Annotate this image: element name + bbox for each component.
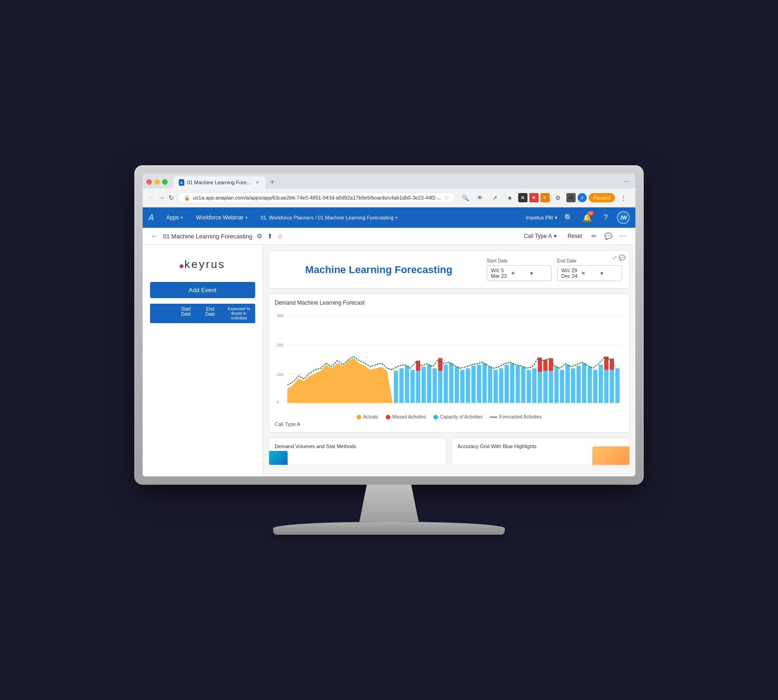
close-control[interactable] [146, 179, 152, 185]
paused-button[interactable]: Paused [589, 193, 615, 202]
call-type-filter[interactable]: Call Type A ▾ [520, 231, 560, 241]
svg-rect-10 [399, 369, 403, 403]
end-date-expand-icon[interactable]: ▾ [601, 270, 618, 276]
svg-rect-43 [582, 363, 586, 403]
breadcrumb-nav-item[interactable]: 01. Workforce Planners / 01 Machine Lear… [254, 207, 404, 228]
tab-close-btn[interactable]: ✕ [255, 179, 260, 186]
expand-icon[interactable]: ⤢ [612, 255, 617, 261]
chart-svg: 30K 20K 10K 0 [275, 310, 624, 412]
svg-text:0: 0 [277, 400, 279, 405]
svg-rect-25 [483, 363, 487, 403]
svg-rect-28 [499, 369, 503, 403]
tab-label: 01 Machine Learning Forecastin... [187, 180, 252, 185]
dashboard-title: Machine Learning Forecasting [276, 264, 481, 276]
menu-btn[interactable]: ⋮ [617, 191, 630, 204]
nav-right: Impetus PM ▾ 🔍 🔔 21 ? JW [526, 210, 630, 225]
app-navigation: A Apps ▾ Workforce Webinar ▾ 01. Workfor… [143, 207, 635, 228]
svg-rect-39 [560, 370, 564, 403]
share-icon-btn[interactable]: ↗ [489, 191, 502, 204]
ext-btn-2[interactable]: R [529, 193, 539, 202]
event-col-start: Start Date [174, 304, 198, 323]
bookmark-icon[interactable]: ☆ [444, 194, 449, 201]
active-tab[interactable]: A 01 Machine Learning Forecastin... ✕ [173, 176, 266, 188]
reset-button[interactable]: Reset [564, 231, 586, 241]
edit-icon-btn[interactable]: ✏ [590, 231, 599, 242]
x-axis-labels: W/c 5 Mar [289, 414, 624, 417]
ext-btn-1[interactable]: N [518, 193, 527, 202]
svg-rect-50 [416, 361, 420, 371]
browser-actions: 🔍 👁 ↗ ★ N R F ⚙ ⬛ J Paused ⋮ [459, 191, 630, 204]
notifications-btn[interactable]: 🔔 21 [580, 210, 595, 225]
keyrus-logo: keyrus [150, 252, 255, 276]
window-controls [146, 179, 168, 185]
share-page-icon[interactable]: ⬆ [266, 231, 274, 241]
page-title: 01 Machine Learning Forecasting ⚙ ⬆ ☆ [163, 231, 516, 241]
svg-rect-18 [444, 365, 448, 403]
eye-icon-btn[interactable]: 👁 [474, 191, 487, 204]
settings-icon[interactable]: ⚙ [255, 231, 264, 241]
start-date-input[interactable]: W/c 5 Mar 23 ✕ ▾ [487, 265, 552, 281]
back-button[interactable]: ← [148, 192, 155, 203]
page-title-actions: ⚙ ⬆ ☆ [255, 231, 285, 241]
search-icon-btn[interactable]: 🔍 [459, 191, 472, 204]
monitor-stand-neck [352, 485, 426, 522]
minimize-control[interactable] [154, 179, 160, 185]
svg-rect-23 [471, 366, 476, 403]
main-content: keyrus Add Event Start Date End Date Exp… [143, 245, 635, 476]
star-page-icon[interactable]: ☆ [276, 231, 285, 241]
extensions-btn[interactable]: ⚙ [552, 191, 565, 204]
date-controls: Start Date W/c 5 Mar 23 ✕ ▾ End Date [487, 258, 622, 281]
help-btn[interactable]: ? [598, 210, 613, 225]
start-date-expand-icon[interactable]: ▾ [530, 270, 547, 276]
star-icon-btn[interactable]: ★ [503, 191, 516, 204]
end-date-field: End Date W/c 29 Dec 24 ✕ ▾ [557, 258, 622, 281]
breadcrumb-chevron-icon: ▾ [395, 215, 398, 220]
svg-rect-48 [610, 367, 614, 403]
search-nav-btn[interactable]: 🔍 [561, 210, 576, 225]
chart-title: Demand Machine Learning Forecast [275, 300, 624, 306]
comment-icon[interactable]: 💬 [619, 255, 626, 261]
svg-rect-53 [543, 360, 547, 371]
forward-button[interactable]: → [158, 192, 165, 203]
start-date-clear-icon[interactable]: ✕ [511, 270, 528, 276]
end-date-value: W/c 29 Dec 24 [561, 268, 578, 279]
svg-rect-40 [565, 365, 570, 403]
page-header-right: Call Type A ▾ Reset ✏ 💬 ⋯ [520, 231, 628, 242]
svg-rect-29 [505, 365, 509, 403]
address-bar[interactable]: 🔒 us1a.app.anaplan.com/a/apps/app/63cae2… [178, 192, 455, 203]
demand-volumes-title: Demand Volumes and Stat Methods [275, 444, 441, 449]
accuracy-grid-card: Accuracy Grid With Blue Highlights [452, 438, 630, 465]
user-menu[interactable]: Impetus PM ▾ [526, 215, 558, 221]
end-date-input[interactable]: W/c 29 Dec 24 ✕ ▾ [557, 265, 622, 281]
more-options-btn[interactable]: ⋯ [618, 231, 628, 242]
tab-search-btn[interactable]: ⋯ [621, 177, 632, 186]
event-col-boost: Expected % Boost in Activities [222, 304, 255, 323]
browser-toolbar: ← → ↻ 🔒 us1a.app.anaplan.com/a/apps/app/… [143, 188, 635, 207]
svg-text:30K: 30K [277, 313, 284, 319]
refresh-button[interactable]: ↻ [169, 192, 174, 203]
svg-rect-44 [588, 367, 592, 403]
page-header: ← 01 Machine Learning Forecasting ⚙ ⬆ ☆ … [143, 228, 635, 245]
ext-btn-3[interactable]: F [540, 193, 550, 202]
monitor-wrapper: A 01 Machine Learning Forecastin... ✕ + … [134, 165, 644, 535]
ext-btn-4[interactable]: ⬛ [566, 193, 576, 202]
svg-rect-21 [460, 370, 464, 403]
svg-rect-26 [488, 367, 492, 403]
maximize-control[interactable] [162, 179, 168, 185]
browser-tabs: A 01 Machine Learning Forecastin... ✕ + [173, 176, 618, 188]
new-tab-button[interactable]: + [267, 176, 278, 188]
add-event-button[interactable]: Add Event [150, 282, 255, 298]
apps-nav-item[interactable]: Apps ▾ [160, 207, 189, 228]
profile-btn[interactable]: J [577, 193, 587, 202]
back-page-btn[interactable]: ← [150, 231, 159, 241]
user-avatar[interactable]: JW [617, 211, 630, 224]
page-title-text: 01 Machine Learning Forecasting [163, 233, 252, 240]
comment-icon-btn[interactable]: 💬 [602, 231, 614, 242]
end-date-clear-icon[interactable]: ✕ [581, 270, 598, 276]
svg-rect-12 [410, 370, 414, 403]
svg-rect-38 [554, 367, 558, 403]
svg-rect-46 [599, 365, 603, 403]
workforce-nav-item[interactable]: Workforce Webinar ▾ [189, 207, 254, 228]
svg-rect-49 [615, 369, 620, 403]
left-panel: keyrus Add Event Start Date End Date Exp… [143, 245, 263, 476]
